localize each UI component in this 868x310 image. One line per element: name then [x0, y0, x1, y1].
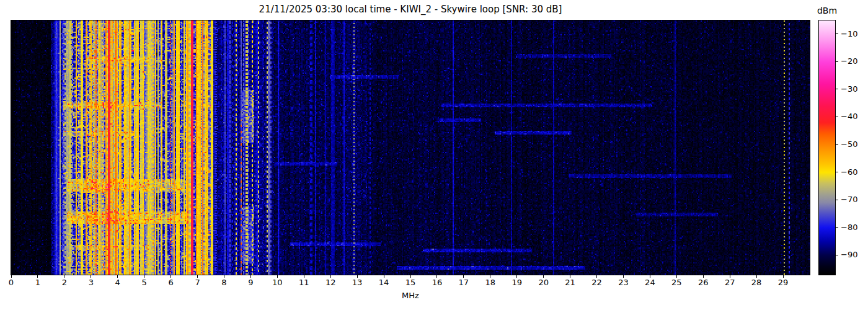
colorbar-tick-mark — [836, 33, 838, 34]
colorbar-tick-label: −50 — [841, 140, 866, 149]
x-tick-label: 20 — [533, 278, 554, 287]
colorbar-tick-mark — [836, 200, 838, 200]
spectrogram-figure: 21/11/2025 03:30 local time - KIWI_2 - S… — [0, 0, 868, 310]
x-tick-label: 13 — [347, 278, 368, 287]
colorbar-tick-mark — [836, 227, 838, 228]
x-tick-label: 0 — [1, 278, 22, 287]
x-tick-label: 3 — [81, 278, 102, 287]
colorbar-tick-label: −70 — [841, 195, 866, 204]
plot-title: 21/11/2025 03:30 local time - KIWI_2 - S… — [11, 4, 810, 15]
x-tick-label: 21 — [560, 278, 581, 287]
x-axis-label: MHz — [11, 291, 810, 300]
colorbar-tick-label: −30 — [841, 84, 866, 94]
colorbar-tick-label: −80 — [841, 223, 866, 232]
x-tick-label: 17 — [453, 278, 474, 287]
x-tick-label: 26 — [693, 278, 714, 287]
colorbar-tick-label: −90 — [841, 250, 866, 259]
colorbar-tick-mark — [836, 117, 838, 117]
colorbar-tick-label: −40 — [841, 112, 866, 121]
colorbar-tick-mark — [836, 144, 838, 145]
colorbar-tick-mark — [836, 172, 838, 172]
x-tick-label: 6 — [161, 278, 182, 287]
x-tick-label: 27 — [719, 278, 740, 287]
colorbar-tick-mark — [836, 61, 838, 62]
x-tick-label: 7 — [187, 278, 208, 287]
x-tick-label: 22 — [587, 278, 608, 287]
waterfall-canvas — [11, 20, 810, 275]
colorbar-tick-label: −20 — [841, 56, 866, 66]
x-tick-label: 2 — [54, 278, 75, 287]
x-tick-label: 16 — [427, 278, 448, 287]
x-tick-label: 28 — [746, 278, 767, 287]
x-tick-label: 25 — [666, 278, 687, 287]
x-tick-label: 4 — [107, 278, 128, 287]
x-tick-label: 14 — [373, 278, 394, 287]
colorbar-tick-mark — [836, 89, 838, 89]
x-tick-label: 11 — [293, 278, 314, 287]
x-tick-label: 9 — [240, 278, 261, 287]
colorbar-tick-mark — [836, 255, 838, 255]
waterfall-plot-area — [11, 20, 810, 275]
x-tick-label: 29 — [773, 278, 794, 287]
x-tick-label: 24 — [639, 278, 660, 287]
x-tick-label: 18 — [480, 278, 501, 287]
x-tick-label: 12 — [320, 278, 341, 287]
colorbar-tick-label: −10 — [841, 29, 866, 38]
x-tick-label: 8 — [213, 278, 234, 287]
x-tick-label: 15 — [400, 278, 421, 287]
x-tick-label: 1 — [27, 278, 48, 287]
colorbar-label: dBm — [811, 6, 843, 16]
x-tick-label: 19 — [507, 278, 528, 287]
x-tick-label: 5 — [134, 278, 155, 287]
x-tick-label: 10 — [267, 278, 288, 287]
colorbar-tick-label: −60 — [841, 167, 866, 177]
x-tick-label: 23 — [613, 278, 634, 287]
colorbar — [818, 20, 836, 275]
